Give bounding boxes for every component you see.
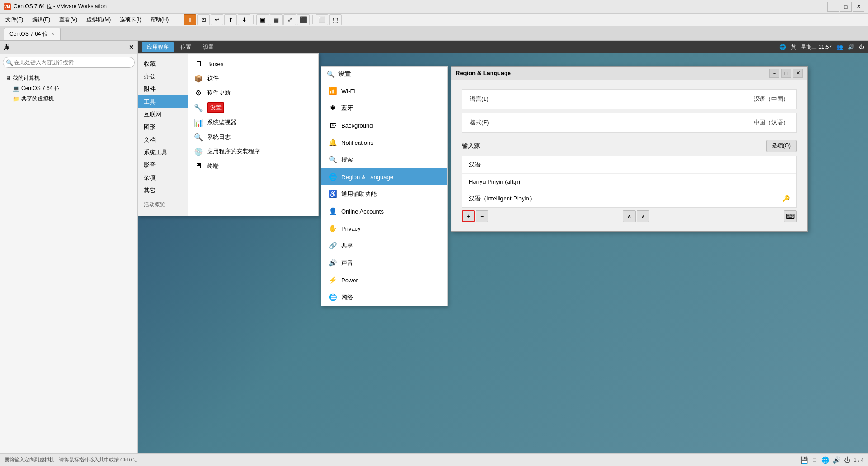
update-icon: ⚙ — [193, 88, 203, 98]
toolbar-btn-5[interactable]: ▣ — [256, 14, 269, 25]
settings-bluetooth[interactable]: ✱ 蓝牙 — [321, 100, 447, 117]
app-settings[interactable]: 🔧 设置 — [188, 100, 318, 115]
cat-sysutils[interactable]: 系统工具 — [138, 146, 188, 159]
settings-network[interactable]: 🌐 网络 — [321, 289, 447, 306]
toolbar-btn-8[interactable]: ⬛ — [297, 14, 310, 25]
input-remove-button[interactable]: − — [476, 210, 488, 222]
toolbar-btn-6[interactable]: ▤ — [270, 14, 283, 25]
settings-online-accounts[interactable]: 👤 Online Accounts — [321, 203, 447, 220]
sidebar-close-button[interactable]: ✕ — [129, 44, 134, 51]
sound-icon: 🔊 — [329, 259, 337, 267]
menu-tabs[interactable]: 选项卡(I) — [116, 14, 145, 25]
tree-item-my-computer[interactable]: 🖥 我的计算机 — [0, 73, 137, 83]
app-terminal[interactable]: 🖥 终端 — [188, 159, 318, 173]
region-window-controls[interactable]: − □ ✕ — [769, 69, 803, 78]
titlebar-controls[interactable]: − □ ✕ — [827, 2, 864, 12]
toolbar-btn-2[interactable]: ↩ — [211, 14, 223, 25]
settings-background[interactable]: 🖼 Background — [321, 117, 447, 134]
cat-misc[interactable]: 杂项 — [138, 171, 188, 184]
vm-desktop[interactable]: 收藏 办公 附件 工具 互联网 图形 文档 系统工具 影音 杂项 其它 活动概览… — [138, 53, 868, 453]
toolbar-btn-3[interactable]: ⬆ — [224, 14, 237, 25]
titlebar-app-icon: VM — [4, 3, 11, 10]
cat-graphics[interactable]: 图形 — [138, 121, 188, 133]
nav-settings[interactable]: 设置 — [198, 42, 219, 52]
software-icon: 📦 — [193, 73, 203, 83]
toolbar-btn-4[interactable]: ⬇ — [238, 14, 250, 25]
nav-location[interactable]: 位置 — [175, 42, 197, 52]
input-sources-section: 输入源 选项(O) 汉语 Hanyu Pinyin (altgr) 汉语（ — [462, 140, 797, 222]
menu-vm[interactable]: 虚拟机(M) — [83, 14, 114, 25]
settings-notifications[interactable]: 🔔 Notifications — [321, 134, 447, 151]
tree-item-centos[interactable]: 💻 CentOS 7 64 位 — [0, 83, 137, 94]
settings-panel: 🔍 设置 📶 Wi-Fi ✱ 蓝牙 🖼 Background 🔔 N — [321, 66, 448, 306]
input-options-button[interactable]: 选项(O) — [766, 140, 797, 152]
input-item-pinyin: Hanyu Pinyin (altgr) — [462, 174, 796, 190]
format-row[interactable]: 格式(F) 中国（汉语） — [462, 113, 797, 133]
settings-wifi[interactable]: 📶 Wi-Fi — [321, 82, 447, 100]
accounts-icon: 👤 — [329, 207, 337, 215]
menu-file[interactable]: 文件(F) — [2, 14, 27, 25]
region-window-title: Region & Language — [456, 70, 511, 76]
cat-favorites[interactable]: 收藏 — [138, 57, 188, 70]
app-boxes[interactable]: 🖥 Boxes — [188, 57, 318, 71]
tabbar: CentOS 7 64 位 ✕ — [0, 26, 868, 41]
toolbar-btn-7[interactable]: ⤢ — [283, 14, 296, 25]
settings-power[interactable]: ⚡ Power — [321, 271, 447, 289]
settings-accessibility[interactable]: ♿ 通用辅助功能 — [321, 185, 447, 203]
settings-privacy[interactable]: ✋ Privacy — [321, 220, 447, 237]
maximize-button[interactable]: □ — [840, 2, 852, 12]
cat-other[interactable]: 其它 — [138, 184, 188, 197]
tab-close-button[interactable]: ✕ — [51, 31, 55, 37]
menu-help[interactable]: 帮助(H) — [147, 14, 173, 25]
toolbar-btn-10[interactable]: ⬚ — [329, 14, 342, 25]
region-minimize-button[interactable]: − — [769, 69, 779, 78]
region-close-button[interactable]: ✕ — [793, 69, 803, 78]
cat-accessories[interactable]: 附件 — [138, 83, 188, 95]
vm-navbar-right: 🌐 英 星期三 11:57 👥 🔊 ⏻ — [779, 43, 864, 51]
settings-region-language[interactable]: 🌐 Region & Language — [321, 168, 447, 185]
toolbar-btn-1[interactable]: ⊡ — [197, 14, 210, 25]
input-label-chinese: 汉语 — [469, 161, 481, 169]
cat-docs[interactable]: 文档 — [138, 133, 188, 146]
app-system-monitor[interactable]: 📊 系统监视器 — [188, 115, 318, 130]
power-button[interactable]: ⏸ — [184, 14, 196, 25]
app-system-log[interactable]: 🔍 系统日志 — [188, 130, 318, 144]
input-keyboard-button[interactable]: ⌨ — [784, 210, 797, 222]
region-icon: 🌐 — [329, 173, 337, 181]
vm-area: 应用程序 位置 设置 🌐 英 星期三 11:57 👥 🔊 ⏻ 收藏 办公 附件 — [138, 41, 868, 453]
notifications-icon: 🔔 — [329, 138, 337, 147]
app-installer[interactable]: 💿 应用程序的安装程序 — [188, 144, 318, 159]
tree-item-shared[interactable]: 📁 共享的虚拟机 — [0, 94, 137, 104]
close-button[interactable]: ✕ — [853, 2, 864, 12]
statusbar-network-icon: 🌐 — [821, 456, 829, 464]
cat-internet[interactable]: 互联网 — [138, 108, 188, 121]
app-software[interactable]: 📦 软件 — [188, 71, 318, 86]
toolbar-icons: ⏸ ⊡ ↩ ⬆ ⬇ ▣ ▤ ⤢ ⬛ ⬜ ⬚ — [184, 14, 342, 25]
input-up-button[interactable]: ∧ — [623, 210, 636, 222]
accessibility-icon: ♿ — [329, 190, 337, 198]
menu-view[interactable]: 查看(V) — [56, 14, 81, 25]
language-row[interactable]: 语言(L) 汉语（中国） — [462, 89, 797, 109]
minimize-button[interactable]: − — [827, 2, 839, 12]
app-software-update[interactable]: ⚙ 软件更新 — [188, 86, 318, 100]
language-value: 汉语（中国） — [754, 95, 789, 103]
statusbar-right: 💾 🖥 🌐 🔊 ⏻ 1 / 4 — [800, 456, 863, 464]
nav-apps[interactable]: 应用程序 — [142, 42, 174, 52]
cat-tools[interactable]: 工具 — [138, 95, 188, 108]
settings-sound[interactable]: 🔊 声音 — [321, 254, 447, 271]
power-icon: ⏻ — [859, 44, 864, 50]
search-input[interactable] — [3, 57, 135, 68]
vm-tab-centos[interactable]: CentOS 7 64 位 ✕ — [4, 28, 61, 40]
cat-office[interactable]: 办公 — [138, 70, 188, 83]
input-add-button[interactable]: + — [462, 210, 475, 222]
cat-media[interactable]: 影音 — [138, 159, 188, 171]
shared-icon: 📁 — [13, 96, 19, 102]
settings-sharing[interactable]: 🔗 共享 — [321, 237, 447, 254]
region-maximize-button[interactable]: □ — [781, 69, 791, 78]
settings-search[interactable]: 🔍 搜索 — [321, 151, 447, 168]
toolbar-btn-9[interactable]: ⬜ — [316, 14, 328, 25]
input-down-button[interactable]: ∨ — [637, 210, 649, 222]
statusbar-page-info: 1 / 4 — [854, 457, 863, 463]
app-menu-activities[interactable]: 活动概览 — [138, 197, 188, 212]
menu-edit[interactable]: 编辑(E) — [28, 14, 54, 25]
